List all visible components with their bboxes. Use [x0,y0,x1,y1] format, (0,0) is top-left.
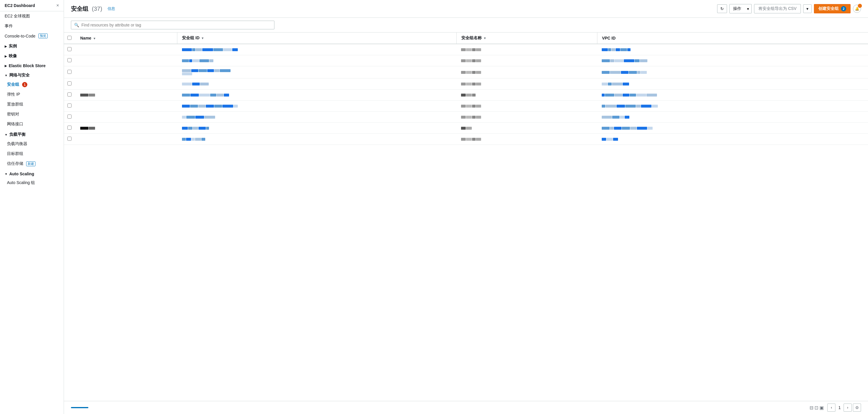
sidebar-item-events[interactable]: 事件 [0,21,64,31]
sidebar-item-security-groups[interactable]: 安全组 1 [0,80,64,90]
row-checkbox-6[interactable] [67,115,71,119]
sort-icon-sg-name[interactable]: ▾ [484,36,486,40]
data-pixel [610,71,621,74]
cell-sg-id[interactable] [177,55,457,66]
data-pixel [466,94,472,96]
sidebar-item-network-interfaces[interactable]: 网络接口 [0,119,64,129]
cell-vpc-id[interactable] [597,44,868,55]
cell-vpc-id[interactable] [597,123,868,134]
cell-sg-id[interactable] [177,66,457,79]
table-row[interactable] [64,100,868,112]
data-pixel [476,116,481,119]
cell-name [75,134,177,145]
actions-dropdown-button[interactable]: ▾ [745,4,751,13]
row-checkbox-8[interactable] [67,137,71,141]
table-row[interactable] [64,123,868,134]
table-row[interactable] [64,79,868,90]
table-row[interactable] [64,55,868,66]
notification-icon-button[interactable]: 🔔 [853,5,861,13]
export-csv-button[interactable]: 将安全组导出为 CSV [754,4,801,13]
sort-icon-name[interactable]: ▾ [94,37,95,40]
row-checkbox-0[interactable] [67,47,71,51]
table-row[interactable] [64,112,868,123]
main-content: 安全组 (37) 信息 ↻ 操作 ▾ 将安全组导出为 CSV ▾ 创建安全组 2… [64,0,868,414]
data-pixel [89,94,95,96]
row-checkbox-4[interactable] [67,92,71,96]
cell-vpc-id[interactable] [597,66,868,79]
cell-sg-name [456,44,597,55]
data-pixel [466,83,472,86]
cell-vpc-id[interactable] [597,90,868,100]
data-pixel [182,127,188,130]
table-row[interactable] [64,66,868,79]
sidebar-item-auto-scaling-groups[interactable]: Auto Scaling 组 [0,178,64,188]
arrow-icon: ▶ [5,45,7,48]
sidebar-item-trust-store[interactable]: 信任存储 新建 [0,159,64,169]
data-pixel [190,105,198,108]
search-icon: 🔍 [74,23,79,27]
sidebar-section-load-balancing[interactable]: ▼ 负载平衡 [0,129,64,139]
data-pixel [461,59,466,62]
create-security-group-button[interactable]: 创建安全组 2 [814,4,850,13]
export-dropdown-button[interactable]: ▾ [803,4,812,13]
sidebar-section-instances[interactable]: ▶ 实例 [0,41,64,51]
actions-main-button[interactable]: 操作 [730,4,745,13]
cell-sg-id[interactable] [177,123,457,134]
sidebar-section-network[interactable]: ▼ 网络与安全 [0,70,64,80]
sort-icon-sg-id[interactable]: ▾ [202,36,204,40]
cell-sg-id[interactable] [177,79,457,90]
row-checkbox-1[interactable] [67,58,71,62]
cell-sg-id[interactable] [177,134,457,145]
row-checkbox-7[interactable] [67,126,71,130]
cell-sg-id[interactable] [177,44,457,55]
data-pixel [461,138,466,141]
data-pixel [182,105,190,108]
cell-sg-id[interactable] [177,90,457,100]
select-all-checkbox[interactable] [67,36,71,40]
data-pixel [206,127,209,130]
cell-vpc-id[interactable] [597,134,868,145]
prev-page-button[interactable]: ‹ [827,404,835,412]
data-pixel [191,69,198,72]
next-page-button[interactable]: › [844,404,852,412]
table-row[interactable] [64,44,868,55]
sidebar-item-elastic-ip[interactable]: 弹性 IP [0,90,64,99]
data-pixel [623,83,629,86]
cell-vpc-id[interactable] [597,55,868,66]
sidebar-item-ec2-global[interactable]: EC2 全球视图 [0,11,64,21]
data-pixel [466,48,472,51]
sidebar-item-load-balancers[interactable]: 负载均衡器 [0,139,64,149]
row-checkbox-3[interactable] [67,81,71,86]
new-badge: 新建 [26,161,35,166]
table-settings-button[interactable]: ⚙ [853,404,861,412]
sidebar-close-button[interactable]: × [56,3,59,8]
sidebar-section-ebs[interactable]: ▶ Elastic Block Store [0,60,64,70]
search-input[interactable] [82,23,271,27]
table-row[interactable] [64,134,868,145]
data-pixel [652,105,658,108]
data-pixel [466,127,472,130]
refresh-button[interactable]: ↻ [717,4,727,13]
sidebar-item-console-to-code[interactable]: Console-to-Code 预览 [0,31,64,41]
data-pixel [615,59,623,62]
info-link[interactable]: 信息 [107,6,115,11]
sidebar-item-placement-groups[interactable]: 置放群组 [0,99,64,109]
data-pixel [222,105,233,108]
sidebar-item-key-pairs[interactable]: 密钥对 [0,109,64,119]
row-checkbox-5[interactable] [67,104,71,108]
cell-vpc-id[interactable] [597,100,868,112]
table-row[interactable] [64,90,868,100]
row-checkbox-2[interactable] [67,70,71,74]
cell-vpc-id[interactable] [597,112,868,123]
data-pixel [189,59,192,62]
sidebar-item-target-groups[interactable]: 目标群组 [0,149,64,159]
data-pixel [640,59,647,62]
data-pixel [220,69,230,72]
sidebar-section-auto-scaling[interactable]: ▼ Auto Scaling [0,169,64,178]
cell-sg-id[interactable] [177,100,457,112]
cell-vpc-id[interactable] [597,79,868,90]
arrow-icon: ▶ [5,55,7,58]
cell-sg-id[interactable] [177,112,457,123]
sidebar-section-images[interactable]: ▶ 映像 [0,51,64,60]
arrow-icon: ▼ [5,172,7,176]
